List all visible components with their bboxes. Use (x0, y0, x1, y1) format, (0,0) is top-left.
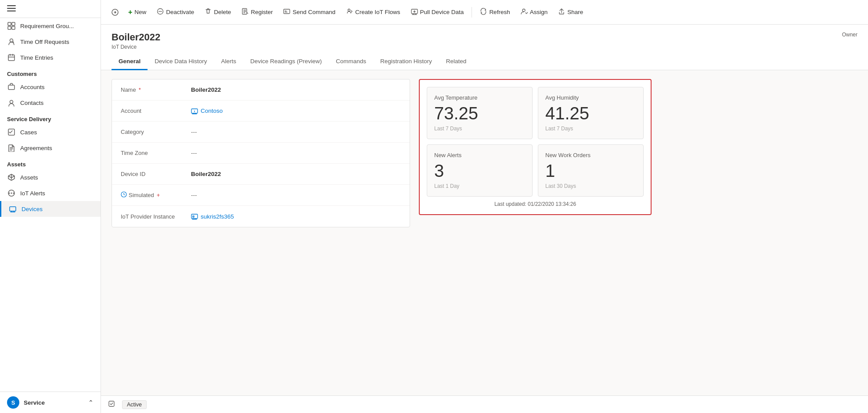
new-alerts-title: New Alerts (434, 152, 525, 158)
tab-registration-history[interactable]: Registration History (373, 54, 439, 70)
category-value: --- (191, 129, 401, 135)
content-area: Boiler2022 IoT Device Owner General Devi… (101, 25, 868, 395)
share-label: Share (567, 9, 583, 15)
refresh-button[interactable]: Refresh (475, 5, 514, 19)
record-title: Boiler2022 (112, 32, 160, 43)
sidebar-item-iot-alerts[interactable]: IoT Alerts (0, 185, 101, 201)
required-marker: * (139, 86, 141, 93)
time-off-requests-icon (7, 37, 16, 46)
tab-related[interactable]: Related (439, 54, 474, 70)
svg-point-19 (348, 9, 350, 11)
toolbar: + New Deactivate Delete Register S (101, 0, 868, 25)
status-icon[interactable] (108, 400, 115, 409)
new-button[interactable]: + New (124, 6, 151, 19)
new-alerts-period: Last 1 Day (434, 183, 525, 189)
pull-device-data-icon (411, 8, 418, 16)
sidebar-footer[interactable]: S Service ⌃ (0, 391, 101, 413)
record-body: Name * Boiler2022 Account Contoso Catego… (101, 70, 868, 395)
create-iot-flows-icon (346, 8, 353, 16)
devices-icon (8, 205, 17, 213)
avg-humidity-value: 41.25 (545, 104, 636, 122)
new-icon: + (128, 8, 132, 16)
refresh-label: Refresh (489, 9, 510, 15)
iot-provider-value[interactable]: sukris2fs365 (191, 213, 401, 220)
sidebar-item-label: Requirement Grou... (20, 23, 74, 29)
tab-commands[interactable]: Commands (329, 54, 373, 70)
status-bar: Active (101, 395, 868, 413)
stats-border: Avg Temperature 73.25 Last 7 Days Avg Hu… (419, 79, 652, 215)
sidebar-item-label: Accounts (20, 84, 45, 90)
pull-device-data-button[interactable]: Pull Device Data (407, 5, 468, 19)
deactivate-icon (157, 8, 164, 16)
record-owner: Owner (842, 32, 857, 38)
hamburger-menu[interactable] (7, 5, 16, 12)
stat-card-avg-humidity: Avg Humidity 41.25 Last 7 Days (538, 87, 644, 139)
create-iot-flows-button[interactable]: Create IoT Flows (342, 5, 405, 19)
sidebar: Requirement Grou... Time Off Requests Ti… (0, 0, 101, 413)
share-icon (558, 8, 565, 16)
svg-point-7 (10, 101, 13, 104)
form-row-account: Account Contoso (112, 101, 410, 122)
form-row-name: Name * Boiler2022 (112, 79, 410, 101)
stats-last-updated: Last updated: 01/22/2020 13:34:26 (427, 201, 644, 207)
form-row-device-id: Device ID Boiler2022 (112, 164, 410, 185)
tab-general[interactable]: General (112, 54, 148, 70)
sidebar-item-label: Agreements (20, 145, 52, 151)
sidebar-item-time-off-requests[interactable]: Time Off Requests (0, 34, 101, 50)
new-work-orders-period: Last 30 Days (545, 183, 636, 189)
form-section: Name * Boiler2022 Account Contoso Catego… (112, 79, 410, 227)
time-entries-icon (7, 53, 16, 62)
sidebar-scroll: Requirement Grou... Time Off Requests Ti… (0, 18, 101, 391)
svg-rect-1 (12, 22, 15, 25)
svg-rect-6 (8, 85, 14, 90)
share-button[interactable]: Share (554, 5, 587, 19)
footer-label: Service (24, 399, 45, 406)
create-iot-flows-label: Create IoT Flows (355, 9, 400, 15)
svg-rect-3 (12, 26, 15, 29)
register-button[interactable]: Register (237, 5, 277, 19)
tabs-bar: General Device Data History Alerts Devic… (101, 54, 868, 70)
main-content: + New Deactivate Delete Register S (101, 0, 868, 413)
deactivate-button[interactable]: Deactivate (152, 5, 198, 19)
deactivate-label: Deactivate (166, 9, 194, 15)
register-label: Register (251, 9, 273, 15)
account-label: Account (121, 108, 191, 114)
simulated-icon (121, 191, 127, 199)
assign-button[interactable]: Assign (516, 5, 552, 19)
refresh-icon (480, 8, 487, 16)
tab-alerts[interactable]: Alerts (214, 54, 244, 70)
svg-point-11 (11, 193, 12, 194)
contacts-icon (7, 98, 16, 107)
delete-icon (205, 8, 212, 16)
sidebar-item-devices[interactable]: Devices (0, 201, 101, 217)
agreements-icon (7, 144, 16, 152)
svg-rect-24 (191, 214, 198, 219)
device-id-label: Device ID (121, 171, 191, 177)
sidebar-item-accounts[interactable]: Accounts (0, 79, 101, 95)
svg-point-4 (10, 39, 13, 42)
stat-card-new-alerts: New Alerts 3 Last 1 Day (427, 144, 533, 197)
delete-button[interactable]: Delete (200, 5, 235, 19)
sidebar-item-assets[interactable]: Assets (0, 169, 101, 185)
form-row-simulated: Simulated + --- (112, 185, 410, 206)
send-command-icon (283, 8, 290, 16)
sidebar-item-time-entries[interactable]: Time Entries (0, 50, 101, 65)
name-value: Boiler2022 (191, 86, 401, 93)
svg-point-12 (13, 193, 14, 194)
sidebar-item-requirement-group[interactable]: Requirement Grou... (0, 18, 101, 34)
sidebar-item-label: Devices (22, 206, 43, 212)
tab-device-data-history[interactable]: Device Data History (148, 54, 214, 70)
account-value[interactable]: Contoso (191, 108, 401, 115)
assign-icon (521, 8, 528, 16)
sidebar-item-agreements[interactable]: Agreements (0, 140, 101, 156)
svg-rect-0 (8, 22, 11, 25)
tab-device-readings[interactable]: Device Readings (Preview) (243, 54, 329, 70)
back-button[interactable] (108, 5, 122, 19)
sidebar-header (0, 0, 101, 18)
simulated-label: Simulated + (121, 191, 191, 199)
send-command-button[interactable]: Send Command (279, 5, 340, 19)
form-row-iot-provider: IoT Provider Instance sukris2fs365 (112, 206, 410, 227)
sidebar-item-contacts[interactable]: Contacts (0, 95, 101, 111)
iot-provider-label: IoT Provider Instance (121, 213, 191, 220)
sidebar-item-cases[interactable]: Cases (0, 124, 101, 140)
